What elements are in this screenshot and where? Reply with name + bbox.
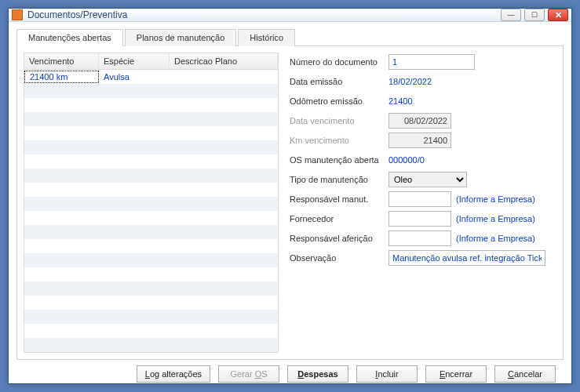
label-resp-maint: Responsável manut. (290, 194, 384, 204)
window-buttons: — ☐ ✕ (501, 9, 568, 21)
grid-header-descricao[interactable]: Descricao Plano (170, 53, 278, 69)
label-emission-date: Data emissão (290, 77, 384, 86)
table-row (24, 211, 278, 225)
gerar-os-button: Gerar OS (218, 365, 279, 383)
table-row (24, 154, 278, 169)
table-row (24, 338, 278, 352)
table-row (24, 281, 278, 296)
grid-body: 21400 km Avulsa (24, 70, 278, 352)
table-row[interactable]: 21400 km Avulsa (24, 70, 278, 84)
grid-header-row: Vencimento Espécie Descricao Plano (24, 53, 278, 70)
window-title: Documentos/Preventiva (27, 9, 501, 20)
despesas-button[interactable]: Despesas (287, 365, 348, 383)
label-resp-gauge: Responsável aferição (290, 234, 384, 243)
tab-maintenance-plans[interactable]: Planos de manutenção (125, 29, 237, 46)
input-doc-number[interactable] (388, 54, 475, 70)
table-row (24, 296, 278, 310)
table-row (24, 84, 278, 98)
link-supplier-company[interactable]: (Informe a Empresa) (456, 214, 535, 223)
label-due-date: Data vencimento (290, 116, 384, 125)
label-doc-number: Número do documento (290, 57, 384, 67)
encerrar-button[interactable]: Encerrar (425, 365, 487, 383)
table-row (24, 197, 278, 211)
tab-content: Vencimento Espécie Descricao Plano 21400… (16, 46, 564, 360)
table-row (24, 98, 278, 112)
label-supplier: Fornecedor (290, 214, 384, 223)
link-resp-maint-company[interactable]: (Informe a Empresa) (456, 194, 535, 204)
grid-header-vencimento[interactable]: Vencimento (24, 53, 99, 69)
table-row (24, 225, 278, 239)
table-row (24, 126, 278, 140)
app-window: Documentos/Preventiva — ☐ ✕ Manutenções … (8, 8, 572, 384)
app-icon (12, 9, 23, 20)
table-row (24, 112, 278, 126)
window-body: Manutenções abertas Planos de manutenção… (9, 22, 571, 391)
label-maint-type: Tipo de manutenção (290, 175, 384, 184)
log-button[interactable]: Log alterações (137, 365, 210, 383)
maintenance-grid[interactable]: Vencimento Espécie Descricao Plano 21400… (24, 53, 279, 353)
minimize-button[interactable]: — (501, 9, 521, 21)
cell-especie[interactable]: Avulsa (99, 71, 170, 82)
input-observation[interactable] (388, 250, 545, 266)
input-supplier[interactable] (388, 211, 451, 227)
table-row (24, 253, 278, 267)
input-due-date (388, 113, 451, 129)
input-resp-maint[interactable] (388, 191, 451, 207)
value-emission-date: 18/02/2022 (388, 77, 432, 86)
value-open-os: 000000/0 (388, 155, 425, 165)
table-row (24, 267, 278, 281)
button-bar: Log alterações Gerar OS Despesas Incluir… (16, 360, 564, 388)
detail-form: Número do documento Data emissão 18/02/2… (290, 53, 556, 353)
table-row (24, 239, 278, 253)
table-row (24, 169, 278, 183)
input-resp-gauge[interactable] (388, 230, 451, 246)
tab-history[interactable]: Histórico (238, 29, 295, 46)
label-odometer: Odômetro emissão (290, 96, 384, 106)
table-row (24, 324, 278, 338)
table-row (24, 140, 278, 154)
label-observation: Observação (290, 253, 384, 263)
close-button[interactable]: ✕ (548, 9, 568, 21)
table-row (24, 183, 278, 197)
value-odometer: 21400 (388, 96, 413, 106)
grid-header-especie[interactable]: Espécie (99, 53, 170, 69)
cell-descricao[interactable] (170, 76, 278, 78)
cell-vencimento[interactable]: 21400 km (24, 71, 99, 83)
tab-open-maintenance[interactable]: Manutenções abertas (16, 29, 123, 46)
link-resp-gauge-company[interactable]: (Informe a Empresa) (456, 234, 535, 243)
select-maint-type[interactable]: Oleo (388, 172, 467, 187)
label-open-os: OS manutenção aberta (290, 155, 384, 165)
tab-bar: Manutenções abertas Planos de manutenção… (16, 28, 564, 46)
cancelar-button[interactable]: Cancelar (494, 365, 556, 383)
incluir-button[interactable]: Incluir (356, 365, 418, 383)
input-due-km (388, 132, 451, 148)
label-due-km: Km vencimento (290, 136, 384, 145)
maximize-button[interactable]: ☐ (524, 9, 545, 21)
table-row (24, 310, 278, 324)
titlebar: Documentos/Preventiva — ☐ ✕ (9, 9, 571, 22)
